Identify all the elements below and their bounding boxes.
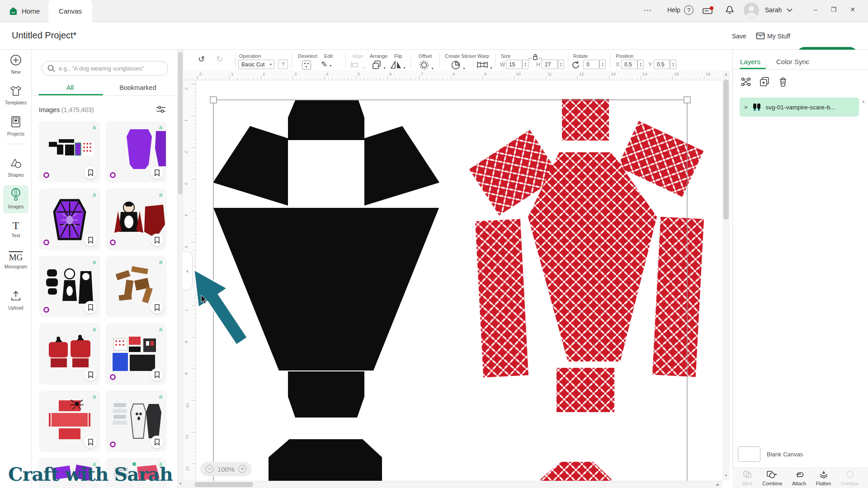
canvas-hscroll-thumb[interactable]	[194, 482, 253, 487]
contour-button[interactable]: Contour	[841, 470, 859, 486]
image-card-red-box-dieline-spider[interactable]: a	[39, 390, 100, 452]
width-stepper[interactable]: ▴▾	[522, 60, 528, 69]
slice-button[interactable]: Slice	[742, 470, 753, 486]
zoom-out-button[interactable]: −	[206, 465, 214, 473]
create-sticker-icon[interactable]: ▾	[451, 61, 465, 71]
canvas-design[interactable]	[184, 80, 722, 488]
image-card-brown-box-pieces[interactable]: a	[105, 256, 167, 317]
bookmark-button[interactable]	[84, 436, 97, 448]
panel-scroll-down-icon[interactable]: ▼	[179, 482, 182, 486]
tab-all[interactable]: All	[38, 84, 102, 91]
help-circle-icon[interactable]: ?	[684, 5, 693, 15]
sidebar-item-monogram[interactable]: MG Monogram	[0, 251, 32, 269]
layer-expand-icon[interactable]: >	[744, 104, 748, 111]
maximize-button[interactable]: ❐	[831, 6, 837, 13]
x-input[interactable]: 0.5	[621, 60, 637, 69]
bookmark-button[interactable]	[151, 166, 163, 179]
y-stepper[interactable]: ▴▾	[670, 60, 676, 69]
bookmark-button[interactable]	[84, 166, 97, 179]
trash-icon[interactable]	[778, 77, 788, 87]
sidebar-item-images[interactable]: Images	[0, 188, 32, 209]
edit-pencil-icon[interactable]: ✎ ▾	[321, 60, 331, 69]
canvas-color-swatch[interactable]	[738, 446, 760, 462]
deselect-icon[interactable]	[302, 61, 311, 70]
image-search-box[interactable]	[42, 61, 168, 76]
minimize-button[interactable]: –	[814, 6, 817, 13]
search-input[interactable]	[59, 65, 162, 72]
rotate-input[interactable]: 0	[583, 60, 599, 69]
tab-color-sync[interactable]: Color Sync	[776, 58, 809, 66]
help-button[interactable]: Help	[667, 6, 680, 14]
notifications-bell-icon[interactable]	[725, 5, 735, 18]
operation-dropdown[interactable]: Basic Cut ▾	[238, 60, 274, 69]
height-stepper[interactable]: ▴▾	[558, 60, 564, 69]
duplicate-icon[interactable]	[760, 77, 770, 87]
operation-help-button[interactable]: ?	[278, 60, 288, 69]
warp-icon[interactable]: ▾	[476, 61, 492, 71]
canvas-scroll-up-icon[interactable]: ▲	[724, 72, 728, 76]
width-input[interactable]: 15	[506, 60, 522, 69]
tab-canvas[interactable]: Canvas	[48, 0, 92, 22]
my-stuff-button[interactable]: My Stuff	[767, 33, 790, 40]
image-card-purple-spiderweb-coffin[interactable]: a	[39, 188, 100, 250]
sidebar-item-upload[interactable]: Upload	[0, 290, 32, 310]
red-lattice-coffin[interactable]	[469, 99, 704, 488]
height-input[interactable]: 27	[542, 60, 558, 69]
image-card-vampire-family-pieces[interactable]: a	[39, 256, 100, 317]
tab-bookmarked[interactable]: Bookmarked	[106, 84, 170, 91]
my-stuff-icon[interactable]	[756, 32, 765, 40]
rotate-icon[interactable]	[571, 61, 580, 70]
machine-status-icon[interactable]	[702, 6, 714, 18]
sidebar-item-projects[interactable]: Projects	[0, 116, 32, 136]
size-lock-icon[interactable]	[528, 54, 542, 61]
redo-button[interactable]: ↻	[216, 54, 223, 64]
sidebar-item-new[interactable]: New	[0, 54, 32, 75]
bookmark-button[interactable]	[151, 301, 163, 314]
image-card-halloween-box-dieline[interactable]: a	[39, 121, 100, 183]
undo-button[interactable]: ↺	[198, 54, 205, 64]
filter-icon[interactable]	[156, 104, 166, 114]
bookmark-button[interactable]	[84, 234, 97, 246]
save-button[interactable]: Save	[732, 33, 746, 40]
panel-scrollbar-thumb[interactable]	[178, 52, 183, 194]
flip-icon[interactable]: ▾	[391, 61, 405, 71]
image-card-ghost-coffin-pieces[interactable]: a	[105, 390, 167, 452]
bookmark-button[interactable]	[84, 368, 97, 381]
sidebar-item-text[interactable]: T Text	[0, 220, 32, 238]
bookmark-button[interactable]	[151, 436, 163, 448]
top-bar: Home Canvas ⋯ Help ? Sarah – ❐ ✕	[0, 0, 868, 22]
image-card-purple-vampire-capes[interactable]: a	[105, 121, 167, 183]
layers-scroll-up-icon[interactable]: ▲	[862, 99, 865, 103]
combine-button[interactable]: Combine	[762, 470, 782, 486]
image-card-red-treat-boxes[interactable]: a	[39, 323, 100, 385]
flatten-button[interactable]: Flatten	[816, 470, 831, 486]
canvas-scroll-down-icon[interactable]: ▼	[724, 474, 728, 478]
tab-home[interactable]: Home	[9, 0, 40, 22]
tab-layers[interactable]: Layers	[740, 58, 760, 66]
canvas-hscrollbar[interactable]	[184, 481, 722, 488]
sidebar-item-templates[interactable]: Templates	[0, 85, 32, 105]
bookmark-button[interactable]	[84, 301, 97, 314]
rotate-stepper[interactable]: ▴▾	[599, 60, 606, 69]
sidebar-item-shapes[interactable]: Shapes	[0, 157, 32, 178]
more-menu-icon[interactable]: ⋯	[644, 5, 652, 15]
bookmark-button[interactable]	[151, 368, 163, 381]
y-input[interactable]: 0.5	[654, 60, 670, 69]
offset-icon[interactable]: ▾	[420, 61, 433, 71]
arrange-icon[interactable]: ▾	[373, 61, 385, 71]
attach-button[interactable]: Attach	[792, 470, 806, 486]
canvas-scroll-right-icon[interactable]: ▶	[717, 483, 719, 487]
bookmark-button[interactable]	[151, 234, 163, 246]
layer-row-selected[interactable]: > svg-01-vampire-scare-b...	[740, 98, 859, 117]
image-card-vampire-and-cape-pieces[interactable]: a	[105, 188, 167, 250]
zoom-in-button[interactable]: +	[238, 465, 246, 473]
image-card-vampire-box-template[interactable]: a	[105, 323, 167, 385]
canvas-vscroll-thumb[interactable]	[723, 80, 729, 220]
x-stepper[interactable]: ▴▾	[637, 60, 644, 69]
user-chevron-down-icon[interactable]	[787, 8, 793, 12]
group-icon[interactable]	[741, 77, 751, 87]
blank-canvas-row[interactable]: Blank Canvas	[738, 446, 803, 462]
user-avatar[interactable]	[744, 3, 759, 18]
user-name[interactable]: Sarah	[765, 6, 782, 14]
close-button[interactable]: ✕	[850, 6, 855, 13]
